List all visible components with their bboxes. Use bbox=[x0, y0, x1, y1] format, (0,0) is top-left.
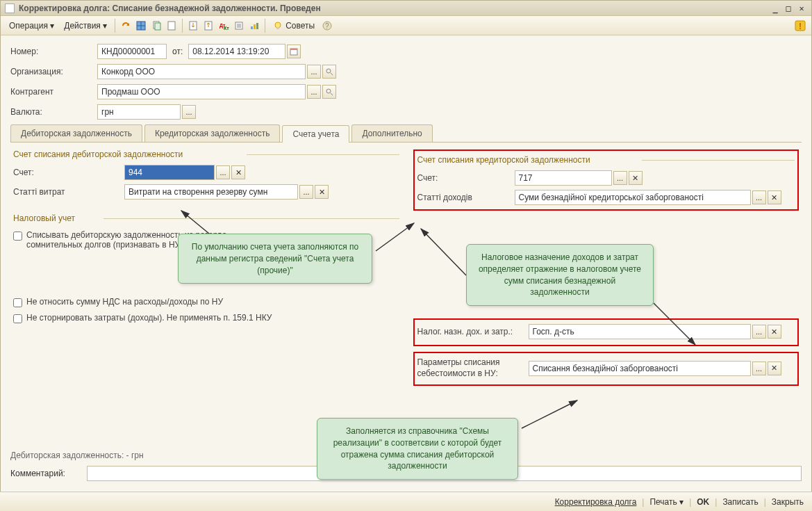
close-doc-button[interactable]: Закрыть bbox=[772, 497, 804, 507]
copy-icon[interactable] bbox=[149, 19, 163, 33]
doc-icon[interactable] bbox=[165, 19, 179, 33]
tax-section-title: Налоговый учет bbox=[13, 213, 399, 223]
calendar-icon bbox=[290, 47, 298, 56]
list-icon[interactable] bbox=[232, 19, 246, 33]
cb-nds-input[interactable] bbox=[13, 298, 22, 307]
nazn-select[interactable]: ... bbox=[752, 325, 766, 339]
debit-account-input[interactable]: 944 bbox=[124, 165, 215, 180]
debit-expense-label: Статті витрат bbox=[13, 187, 124, 197]
debit-section-title: Счет списания дебиторской задолженности bbox=[13, 149, 399, 159]
chart-icon[interactable] bbox=[247, 19, 261, 33]
debit-expense-input[interactable]: Витрати на створення резерву сумн bbox=[124, 184, 298, 200]
search-icon bbox=[325, 88, 333, 96]
svg-rect-15 bbox=[254, 24, 256, 29]
svg-text:Кт: Кт bbox=[224, 26, 229, 31]
export-icon[interactable] bbox=[201, 19, 215, 33]
refresh-icon[interactable] bbox=[119, 19, 133, 33]
svg-point-27 bbox=[326, 89, 331, 93]
cb-storno-label: Не сторнировать затраты (доходы). Не при… bbox=[26, 313, 272, 323]
counterparty-label: Контрагент bbox=[10, 87, 97, 97]
org-select-button[interactable]: ... bbox=[307, 65, 321, 79]
credit-account-label: Счет: bbox=[417, 173, 515, 183]
from-label: от: bbox=[172, 47, 183, 56]
callout-scheme: Заполняется из справочника "Схемы реализ… bbox=[317, 418, 518, 480]
debit-sum-label: Дебиторская задолженность: - грн bbox=[10, 451, 144, 460]
movement-icon[interactable]: ДтКт bbox=[217, 19, 231, 33]
tab-accounts[interactable]: Счета учета bbox=[282, 125, 349, 143]
svg-rect-16 bbox=[256, 23, 258, 29]
param-select[interactable]: ... bbox=[752, 362, 766, 375]
currency-label: Валюта: bbox=[10, 107, 97, 117]
debit-expense-clear[interactable]: ✕ bbox=[315, 185, 329, 199]
credit-account-select[interactable]: ... bbox=[613, 171, 627, 185]
date-input[interactable]: 08.12.2014 13:19:20 bbox=[188, 44, 285, 59]
credit-account-input[interactable]: 717 bbox=[515, 170, 612, 186]
nazn-input[interactable]: Госп. д-сть bbox=[529, 324, 751, 339]
credit-income-input[interactable]: Суми безнадійної кредиторської заборгова… bbox=[515, 190, 751, 205]
maximize-button[interactable]: □ bbox=[783, 3, 794, 13]
footer-link[interactable]: Корректировка долга bbox=[555, 497, 637, 507]
svg-rect-14 bbox=[251, 26, 253, 29]
titlebar: Корректировка долга: Списание безнадежно… bbox=[1, 1, 811, 16]
tab-extra[interactable]: Дополнительно bbox=[351, 124, 432, 142]
svg-text:!: ! bbox=[799, 22, 802, 31]
debit-account-select[interactable]: ... bbox=[216, 165, 230, 179]
org-input[interactable]: Конкорд ООО bbox=[97, 64, 306, 79]
operation-menu[interactable]: Операция ▾ bbox=[5, 19, 58, 32]
advice-button[interactable]: Советы bbox=[269, 19, 319, 32]
credit-account-clear[interactable]: ✕ bbox=[629, 171, 643, 185]
currency-select-button[interactable]: ... bbox=[182, 105, 196, 119]
help-icon[interactable]: ? bbox=[320, 19, 334, 33]
number-input[interactable]: КНД00000001 bbox=[97, 44, 167, 59]
credit-income-clear[interactable]: ✕ bbox=[768, 190, 781, 204]
svg-line-26 bbox=[331, 73, 333, 75]
toolbar: Операция ▾ Действия ▾ ДтКт Советы ? ! bbox=[1, 16, 811, 35]
minimize-button[interactable]: _ bbox=[770, 3, 781, 13]
search-icon bbox=[325, 67, 333, 76]
credit-income-select[interactable]: ... bbox=[752, 190, 766, 204]
credit-income-label: Статті доходів bbox=[417, 193, 515, 202]
close-button[interactable]: ✕ bbox=[796, 3, 807, 13]
debit-expense-select[interactable]: ... bbox=[299, 185, 313, 199]
cb-storno[interactable]: Не сторнировать затраты (доходы). Не при… bbox=[13, 313, 399, 323]
credit-section-title: Счет списания кредиторской задолженности bbox=[417, 155, 795, 165]
cb-nds[interactable]: Не относить сумму НДС на расходы/доходы … bbox=[13, 297, 399, 307]
counterparty-search-button[interactable] bbox=[322, 85, 336, 99]
print-button[interactable]: Печать ▾ bbox=[649, 497, 683, 507]
svg-point-25 bbox=[326, 69, 331, 73]
currency-input[interactable]: грн bbox=[97, 104, 181, 120]
counterparty-select-button[interactable]: ... bbox=[307, 85, 321, 99]
org-search-button[interactable] bbox=[322, 65, 336, 79]
tab-credit[interactable]: Кредиторская задолженность bbox=[144, 124, 280, 142]
param-label: Параметры списания себестоимости в НУ: bbox=[417, 357, 529, 379]
cb-reserve-input[interactable] bbox=[13, 232, 22, 241]
svg-rect-4 bbox=[155, 23, 160, 30]
param-clear[interactable]: ✕ bbox=[768, 362, 781, 375]
bulb-icon bbox=[273, 21, 283, 31]
debit-account-label: Счет: bbox=[13, 168, 124, 177]
counterparty-input[interactable]: Продмаш ООО bbox=[97, 84, 306, 99]
debit-account-clear[interactable]: ✕ bbox=[231, 165, 245, 179]
calendar-button[interactable] bbox=[287, 44, 301, 58]
number-label: Номер: bbox=[10, 47, 97, 56]
import-icon[interactable] bbox=[186, 19, 200, 33]
svg-line-33 bbox=[522, 400, 577, 428]
window-icon bbox=[5, 3, 15, 13]
tabs-bar: Дебиторская задолженность Кредиторская з… bbox=[10, 124, 802, 143]
ok-button[interactable]: OK bbox=[697, 497, 709, 507]
grid-icon[interactable] bbox=[134, 19, 148, 33]
window-title: Корректировка долга: Списание безнадежно… bbox=[19, 3, 768, 13]
callout-default-accounts: По умолчанию счета учета заполняются по … bbox=[178, 234, 372, 284]
svg-rect-18 bbox=[276, 27, 279, 29]
tab-debit[interactable]: Дебиторская задолженность bbox=[10, 124, 142, 142]
actions-menu[interactable]: Действия ▾ bbox=[60, 19, 111, 32]
nazn-clear[interactable]: ✕ bbox=[768, 325, 781, 339]
svg-line-28 bbox=[331, 93, 333, 95]
cb-storno-input[interactable] bbox=[13, 314, 22, 323]
save-button[interactable]: Записать bbox=[722, 497, 758, 507]
param-input[interactable]: Списання безнадійної заборгованості bbox=[529, 361, 751, 376]
warning-icon[interactable]: ! bbox=[793, 19, 807, 33]
svg-point-17 bbox=[275, 22, 281, 28]
svg-rect-24 bbox=[290, 49, 297, 50]
comment-label: Комментарий: bbox=[10, 469, 87, 478]
